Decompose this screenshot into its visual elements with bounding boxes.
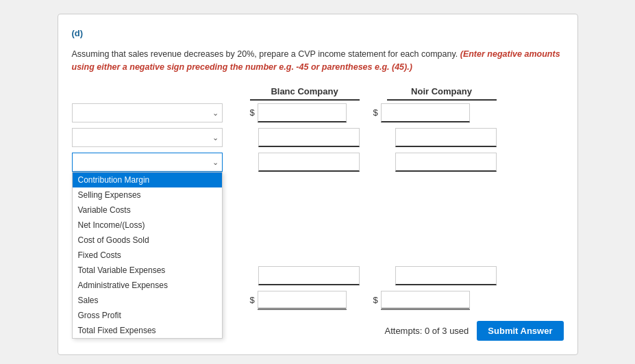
row3-dropdown[interactable] — [72, 153, 223, 172]
dropdown-option-total-fixed[interactable]: Total Fixed Expenses — [73, 323, 222, 338]
dropdown-option-fixed-costs[interactable]: Fixed Costs — [73, 248, 222, 263]
row5-blanc-input[interactable] — [258, 291, 347, 310]
row3-blanc-input[interactable] — [258, 153, 360, 172]
row1-blanc-group: $ — [250, 103, 360, 122]
row3-blanc-group — [258, 153, 368, 172]
dropdown-option-cost-of-goods[interactable]: Cost of Goods Sold — [73, 233, 222, 248]
row2-dropdown-wrapper: ⌄ — [72, 128, 223, 147]
row5-noir-group: $ — [373, 291, 483, 310]
dollar-sign-5b: $ — [250, 295, 255, 305]
noir-company-header: Noir Company — [387, 86, 497, 101]
dropdown-option-gross-profit[interactable]: Gross Profit — [73, 308, 222, 323]
column-headers: Blanc Company Noir Company — [72, 86, 564, 101]
row1-label-col: ⌄ — [72, 103, 250, 122]
row2-noir-input[interactable] — [395, 128, 497, 147]
main-card: (d) Assuming that sales revenue decrease… — [58, 14, 578, 355]
row1-noir-input[interactable] — [381, 103, 470, 122]
row5-noir-input[interactable] — [381, 291, 470, 310]
blanc-company-header: Blanc Company — [250, 86, 360, 101]
row1-noir-group: $ — [373, 103, 483, 122]
instruction-text: Assuming that sales revenue decreases by… — [72, 48, 564, 74]
dropdown-option-variable-costs[interactable]: Variable Costs — [73, 203, 222, 218]
dropdown-option-net-income[interactable]: Net Income/(Loss) — [73, 218, 222, 233]
row1-dropdown-wrapper: ⌄ — [72, 103, 223, 122]
label-spacer — [72, 86, 250, 101]
row4-blanc-group — [258, 266, 368, 285]
dropdown-option-sales[interactable]: Sales — [73, 293, 222, 308]
table-row: ⌄ $ $ — [72, 103, 564, 122]
attempts-text: Attempts: 0 of 3 used — [384, 326, 469, 336]
instruction-main: Assuming that sales revenue decreases by… — [72, 49, 458, 59]
dollar-sign-5n: $ — [373, 295, 378, 305]
row2-label-col: ⌄ — [72, 128, 250, 147]
dropdown-option-contribution-margin[interactable]: Contribution Margin — [73, 172, 222, 187]
dollar-sign-1b: $ — [250, 107, 255, 118]
row3-noir-input[interactable] — [395, 153, 497, 172]
row1-dropdown[interactable] — [72, 103, 223, 122]
dropdown-option-selling-expenses[interactable]: Selling Expenses — [73, 187, 222, 203]
row2-blanc-group — [258, 128, 368, 147]
dropdown-option-total-variable[interactable]: Total Variable Expenses — [73, 263, 222, 278]
row3-dropdown-wrapper: ⌄ — [72, 153, 223, 172]
dollar-sign-1n: $ — [373, 107, 378, 118]
row2-dropdown[interactable] — [72, 128, 223, 147]
table-row: ⌄ Contribution Margin Selling Expenses V… — [72, 153, 564, 172]
row2-blanc-input[interactable] — [258, 128, 360, 147]
dropdown-open-list: Contribution Margin Selling Expenses Var… — [72, 172, 223, 339]
row3-label-col: ⌄ Contribution Margin Selling Expenses V… — [72, 153, 250, 172]
row2-noir-group — [395, 128, 505, 147]
section-label: (d) — [72, 28, 564, 38]
submit-button[interactable]: Submit Answer — [477, 321, 563, 341]
row4-blanc-input[interactable] — [258, 266, 360, 285]
row5-blanc-group: $ — [250, 291, 360, 310]
row3-noir-group — [395, 153, 505, 172]
row4-noir-input[interactable] — [395, 266, 497, 285]
table-row: ⌄ — [72, 128, 564, 147]
dropdown-option-admin-expenses[interactable]: Administrative Expenses — [73, 278, 222, 293]
row1-blanc-input[interactable] — [258, 103, 347, 122]
row4-noir-group — [395, 266, 505, 285]
cvp-table: Blanc Company Noir Company ⌄ $ $ — [72, 86, 564, 310]
